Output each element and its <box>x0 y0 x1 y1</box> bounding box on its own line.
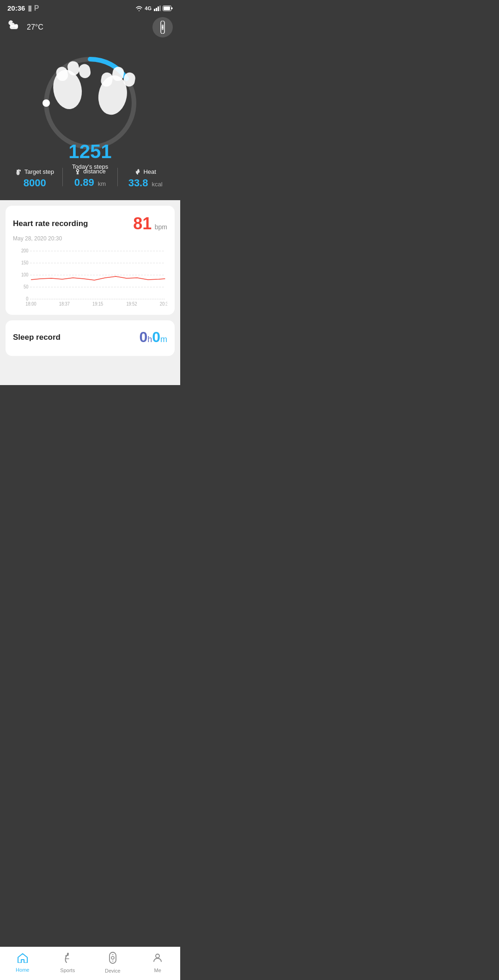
distance-unit: km <box>98 180 106 187</box>
svg-rect-5 <box>164 6 170 10</box>
temperature: 27°C <box>27 23 43 31</box>
svg-point-12 <box>162 27 164 28</box>
svg-text:0: 0 <box>26 296 28 301</box>
heart-rate-chart: 200 150 100 50 0 18:00 18:37 19:15 19:52… <box>13 246 167 306</box>
svg-point-9 <box>14 24 18 28</box>
svg-rect-6 <box>171 7 173 9</box>
cards-section: Heart rate recording 81 bpm May 28, 2020… <box>0 200 180 385</box>
steps-label: Today's steps <box>39 164 141 171</box>
svg-rect-3 <box>159 6 161 11</box>
weather-info: 27°C <box>7 19 43 36</box>
network-badge: 4G <box>145 6 152 11</box>
svg-text:18:00: 18:00 <box>25 301 36 306</box>
sleep-title: Sleep record <box>13 333 61 342</box>
heat-value: 33.8 <box>128 177 148 189</box>
time-display: 20:36 <box>7 4 25 12</box>
svg-text:150: 150 <box>21 260 28 265</box>
heart-rate-value: 81 <box>133 214 152 233</box>
svg-rect-19 <box>78 63 91 79</box>
wifi-icon <box>135 5 143 12</box>
step-circle-area: 1251 Today's steps <box>0 43 180 159</box>
svg-rect-1 <box>156 8 157 11</box>
svg-point-29 <box>76 174 79 175</box>
svg-rect-2 <box>158 6 159 11</box>
svg-text:19:15: 19:15 <box>92 301 103 306</box>
svg-text:50: 50 <box>24 284 28 289</box>
device-button[interactable] <box>152 17 173 37</box>
heat-unit: kcal <box>152 181 163 188</box>
sleep-minutes-unit: m <box>160 335 167 344</box>
signal-icon <box>153 5 161 12</box>
svg-rect-25 <box>17 170 18 172</box>
heart-rate-card[interactable]: Heart rate recording 81 bpm May 28, 2020… <box>6 206 175 315</box>
svg-rect-0 <box>154 9 155 11</box>
sleep-minutes: 0 <box>152 329 160 345</box>
svg-point-8 <box>10 23 15 27</box>
target-step-icon <box>16 168 22 175</box>
status-icons: 4G <box>135 5 173 12</box>
sleep-hours: 0 <box>139 329 147 345</box>
sleep-value-container: 0h0m <box>139 329 167 346</box>
heart-rate-unit: bpm <box>155 223 167 231</box>
app-icon: ▮ P <box>28 4 39 12</box>
target-step-value: 8000 <box>7 177 62 189</box>
footsteps-icon <box>39 36 141 139</box>
svg-text:18:37: 18:37 <box>59 301 70 306</box>
weather-icon <box>7 19 23 36</box>
battery-icon <box>163 6 173 11</box>
heart-rate-title: Heart rate recording <box>13 219 88 228</box>
distance-stat: distance 0.89 km <box>63 168 118 189</box>
svg-text:200: 200 <box>21 248 28 253</box>
heart-rate-date: May 28, 2020 20:30 <box>13 235 167 242</box>
svg-rect-27 <box>19 170 21 172</box>
steps-count: 1251 <box>39 141 141 162</box>
svg-text:100: 100 <box>21 272 28 277</box>
distance-value: 0.89 <box>74 177 94 188</box>
target-step-stat: Target step 8000 <box>7 168 62 189</box>
sleep-card[interactable]: Sleep record 0h0m <box>6 320 175 356</box>
svg-text:19:52: 19:52 <box>126 301 137 306</box>
svg-rect-26 <box>18 169 19 171</box>
sleep-hours-unit: h <box>147 335 152 344</box>
svg-text:20:30: 20:30 <box>160 301 167 306</box>
heat-stat: Heat 33.8 kcal <box>118 168 173 189</box>
step-progress-circle: 1251 Today's steps <box>39 52 141 154</box>
status-bar: 20:36 ▮ P 4G <box>0 0 180 14</box>
heat-label: Heat <box>143 168 156 175</box>
